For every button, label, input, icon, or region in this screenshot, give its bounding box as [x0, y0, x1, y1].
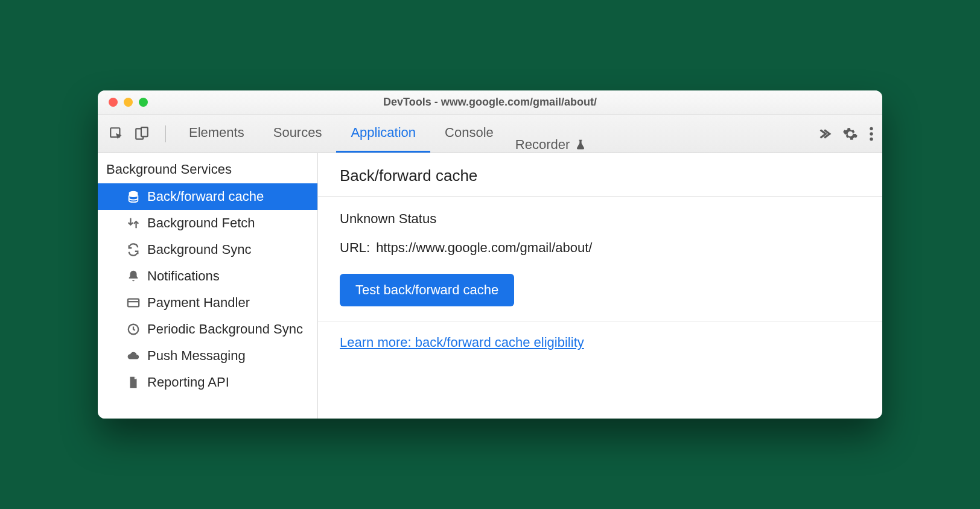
titlebar: DevTools - www.google.com/gmail/about/: [98, 90, 882, 115]
devtools-window: DevTools - www.google.com/gmail/about/ E…: [98, 90, 882, 419]
recorder-label: Recorder: [515, 137, 570, 153]
main-panel: Back/forward cache Unknown Status URL: h…: [318, 153, 882, 419]
card-icon: [127, 296, 140, 309]
test-bfcache-button[interactable]: Test back/forward cache: [340, 274, 514, 306]
more-tabs-icon[interactable]: [816, 126, 832, 142]
sidebar-item-notifications[interactable]: Notifications: [98, 263, 317, 289]
svg-point-5: [870, 137, 873, 140]
panel-tabs: Elements Sources Application Console Rec…: [174, 115, 594, 153]
tab-console[interactable]: Console: [430, 115, 508, 153]
sidebar-item-label: Periodic Background Sync: [147, 321, 303, 337]
kebab-menu-icon[interactable]: [869, 126, 874, 142]
clock-icon: [127, 323, 140, 336]
sidebar-item-label: Notifications: [147, 268, 220, 284]
bell-icon: [127, 270, 140, 283]
database-icon: [127, 190, 140, 203]
learn-more-link[interactable]: Learn more: back/forward cache eligibili…: [340, 335, 584, 350]
toolbar-right: [816, 126, 874, 142]
svg-point-3: [870, 127, 873, 130]
cloud-icon: [127, 349, 140, 362]
toolbar: Elements Sources Application Console Rec…: [98, 115, 882, 153]
sidebar-item-push-messaging[interactable]: Push Messaging: [98, 343, 317, 369]
sidebar-item-label: Reporting API: [147, 375, 229, 390]
sidebar-item-background-fetch[interactable]: Background Fetch: [98, 210, 317, 236]
sync-icon: [127, 243, 140, 256]
flask-icon: [574, 139, 587, 151]
close-window-button[interactable]: [109, 98, 118, 107]
url-row: URL: https://www.google.com/gmail/about/: [340, 240, 861, 256]
toolbar-divider: [165, 125, 166, 142]
traffic-lights: [109, 98, 148, 107]
sidebar-item-payment-handler[interactable]: Payment Handler: [98, 289, 317, 316]
window-title: DevTools - www.google.com/gmail/about/: [98, 96, 882, 109]
panel-body: Background Services Back/forward cache B…: [98, 153, 882, 419]
settings-icon[interactable]: [842, 126, 858, 142]
file-icon: [127, 376, 140, 389]
svg-rect-7: [128, 299, 139, 307]
sidebar-item-bfcache[interactable]: Back/forward cache: [98, 183, 317, 210]
sidebar-item-periodic-sync[interactable]: Periodic Background Sync: [98, 316, 317, 343]
tab-sources[interactable]: Sources: [259, 115, 337, 153]
sidebar-item-background-sync[interactable]: Background Sync: [98, 236, 317, 263]
sidebar-item-label: Background Sync: [147, 242, 251, 258]
tab-application[interactable]: Application: [336, 115, 430, 153]
main-title: Back/forward cache: [318, 153, 882, 197]
tab-recorder[interactable]: Recorder: [508, 137, 594, 153]
sidebar-item-reporting-api[interactable]: Reporting API: [98, 369, 317, 396]
url-value: https://www.google.com/gmail/about/: [376, 240, 592, 256]
url-label: URL:: [340, 240, 370, 256]
zoom-window-button[interactable]: [139, 98, 148, 107]
sidebar-item-label: Push Messaging: [147, 348, 246, 364]
svg-point-4: [870, 132, 873, 135]
sidebar: Background Services Back/forward cache B…: [98, 153, 318, 419]
sidebar-item-label: Background Fetch: [147, 215, 255, 231]
svg-rect-2: [141, 127, 148, 136]
minimize-window-button[interactable]: [124, 98, 133, 107]
sidebar-item-label: Back/forward cache: [147, 189, 264, 204]
sidebar-item-label: Payment Handler: [147, 295, 250, 311]
inspect-element-icon[interactable]: [106, 124, 127, 144]
learn-more-section: Learn more: back/forward cache eligibili…: [318, 321, 882, 361]
sidebar-heading: Background Services: [98, 153, 317, 183]
main-content: Unknown Status URL: https://www.google.c…: [318, 197, 882, 321]
status-text: Unknown Status: [340, 211, 861, 227]
device-toolbar-icon[interactable]: [132, 124, 152, 144]
fetch-icon: [127, 217, 140, 230]
tab-elements[interactable]: Elements: [174, 115, 259, 153]
